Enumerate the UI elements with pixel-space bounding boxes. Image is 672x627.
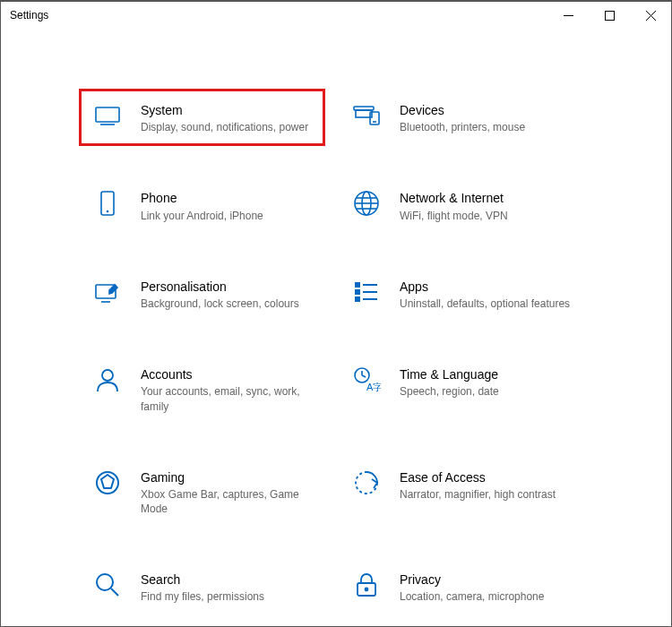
item-title: Ease of Access (400, 469, 571, 485)
personalisation-icon (92, 277, 123, 307)
svg-rect-23 (356, 297, 359, 301)
svg-line-28 (362, 375, 366, 377)
item-title: Apps (400, 279, 571, 295)
svg-point-34 (366, 588, 368, 591)
network-icon (351, 188, 382, 219)
settings-item-personalisation[interactable]: Personalisation Background, lock screen,… (82, 268, 323, 320)
ease-of-access-icon (351, 468, 382, 498)
item-title: Personalisation (141, 279, 312, 295)
item-title: Time & Language (400, 366, 571, 382)
item-desc: Uninstall, defaults, optional features (400, 296, 571, 311)
settings-item-privacy[interactable]: Privacy Location, camera, microphone (340, 561, 582, 613)
settings-item-network[interactable]: Network & Internet WiFi, flight mode, VP… (340, 179, 582, 231)
item-title: Network & Internet (400, 190, 571, 206)
settings-grid: System Display, sound, notifications, po… (1, 29, 671, 614)
svg-rect-19 (356, 283, 359, 287)
close-button[interactable] (630, 2, 671, 29)
item-desc: Display, sound, notifications, power (141, 120, 312, 134)
time-language-icon: A字 (351, 365, 382, 395)
search-icon (92, 570, 123, 600)
item-title: Devices (400, 102, 571, 118)
settings-item-accounts[interactable]: Accounts Your accounts, email, sync, wor… (82, 356, 323, 423)
settings-item-system[interactable]: System Display, sound, notifications, po… (79, 89, 325, 146)
privacy-icon (351, 570, 382, 600)
svg-text:A字: A字 (366, 382, 381, 392)
item-desc: Link your Android, iPhone (141, 209, 312, 223)
item-desc: Xbox Game Bar, captures, Game Mode (141, 487, 312, 516)
svg-point-31 (97, 574, 113, 590)
settings-item-gaming[interactable]: Gaming Xbox Game Bar, captures, Game Mod… (82, 459, 323, 526)
item-desc: Background, lock screen, colours (141, 296, 312, 311)
item-desc: Bluetooth, printers, mouse (400, 120, 571, 134)
svg-point-11 (107, 210, 109, 213)
system-icon (92, 100, 123, 131)
item-title: System (141, 102, 312, 118)
phone-icon (92, 188, 123, 219)
settings-item-time-language[interactable]: A字 Time & Language Speech, region, date (340, 356, 582, 423)
svg-rect-1 (605, 11, 614, 20)
item-title: Search (141, 571, 312, 588)
devices-icon (351, 100, 382, 131)
svg-point-25 (102, 370, 113, 381)
item-title: Gaming (141, 469, 312, 485)
accounts-icon (92, 365, 123, 395)
item-desc: Narrator, magnifier, high contrast (400, 487, 571, 502)
window-controls (547, 2, 671, 29)
item-desc: Speech, region, date (400, 384, 571, 399)
settings-item-phone[interactable]: Phone Link your Android, iPhone (82, 179, 323, 231)
titlebar: Settings (1, 2, 671, 29)
settings-item-ease-of-access[interactable]: Ease of Access Narrator, magnifier, high… (340, 459, 582, 526)
maximize-button[interactable] (589, 2, 630, 29)
settings-item-apps[interactable]: Apps Uninstall, defaults, optional featu… (340, 268, 582, 320)
item-title: Phone (141, 190, 312, 206)
item-desc: WiFi, flight mode, VPN (400, 209, 571, 223)
gaming-icon (92, 468, 123, 498)
item-desc: Find my files, permissions (141, 589, 312, 604)
svg-line-32 (111, 588, 118, 596)
settings-item-devices[interactable]: Devices Bluetooth, printers, mouse (340, 91, 582, 143)
item-desc: Location, camera, microphone (400, 589, 571, 604)
svg-rect-4 (96, 107, 119, 122)
settings-item-search[interactable]: Search Find my files, permissions (82, 561, 323, 613)
window-title: Settings (10, 9, 48, 21)
minimize-button[interactable] (547, 2, 589, 29)
item-desc: Your accounts, email, sync, work, family (141, 384, 312, 413)
item-title: Accounts (141, 366, 312, 382)
svg-rect-21 (356, 290, 359, 294)
apps-icon (351, 277, 382, 307)
item-title: Privacy (400, 571, 571, 588)
